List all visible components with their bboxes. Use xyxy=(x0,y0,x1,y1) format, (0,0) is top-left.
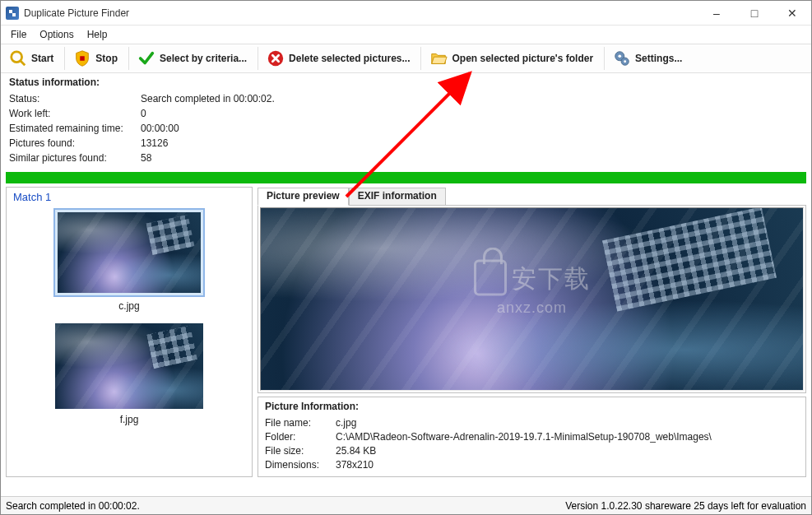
svg-rect-1 xyxy=(12,13,16,16)
thumb-item[interactable]: c.jpg xyxy=(47,210,211,312)
close-button[interactable]: ✕ xyxy=(773,1,811,26)
separator xyxy=(604,47,605,70)
window-controls: – □ ✕ xyxy=(698,1,811,26)
delete-selected-label: Delete selected pictures... xyxy=(289,53,410,64)
separator xyxy=(64,47,65,70)
filename-label: File name: xyxy=(265,417,336,429)
status-row-similar: Similar pictures found: 58 xyxy=(9,151,803,165)
status-heading: Status information: xyxy=(9,77,803,88)
picinfo-row-dimensions: Dimensions: 378x210 xyxy=(265,457,799,471)
status-row-eta: Estimated remaining time: 00:00:00 xyxy=(9,121,803,136)
pictures-label: Pictures found: xyxy=(9,137,141,149)
check-icon xyxy=(137,49,156,68)
status-panel: Status information: Status: Search compl… xyxy=(1,73,811,170)
open-folder-button[interactable]: Open selected picture's folder xyxy=(425,45,601,72)
folder-icon xyxy=(429,49,448,68)
status-label: Status: xyxy=(9,93,141,104)
thumb-image xyxy=(55,323,203,409)
open-folder-label: Open selected picture's folder xyxy=(452,53,593,64)
eta-label: Estimated remaining time: xyxy=(9,123,141,134)
main: Match 1 c.jpg f.jpg Picture preview EXIF… xyxy=(1,185,811,477)
minimize-button[interactable]: – xyxy=(698,1,735,26)
shield-icon xyxy=(72,49,92,68)
tabs: Picture preview EXIF information xyxy=(258,187,806,205)
delete-icon xyxy=(266,49,285,68)
separator xyxy=(258,47,258,70)
progress-bar xyxy=(6,172,806,183)
tab-picture-preview[interactable]: Picture preview xyxy=(258,188,349,206)
workleft-label: Work left: xyxy=(9,108,141,119)
maximize-button[interactable]: □ xyxy=(735,1,773,26)
thumb-image xyxy=(55,210,203,295)
svg-point-7 xyxy=(618,54,621,58)
folder-label: Folder: xyxy=(265,431,336,443)
svg-line-3 xyxy=(21,61,26,66)
delete-selected-button[interactable]: Delete selected pictures... xyxy=(262,45,417,72)
start-button[interactable]: Start xyxy=(4,45,61,72)
folder-value: C:\AMD\Radeon-Software-Adrenalin-2019-19… xyxy=(336,431,712,443)
match-panel: Match 1 c.jpg f.jpg xyxy=(6,187,253,477)
statusbar: Search completed in 00:00:02. Version 1.… xyxy=(1,496,811,514)
menu-file[interactable]: File xyxy=(4,27,33,42)
toolbar: Start Stop Select by criteria... Delete … xyxy=(1,44,811,73)
picinfo-row-folder: Folder: C:\AMD\Radeon-Software-Adrenalin… xyxy=(265,429,799,443)
similar-label: Similar pictures found: xyxy=(9,152,141,164)
dimensions-label: Dimensions: xyxy=(265,459,336,471)
search-icon xyxy=(8,49,28,68)
status-row-status: Status: Search completed in 00:00:02. xyxy=(9,91,803,106)
picture-info-panel: Picture Information: File name: c.jpg Fo… xyxy=(258,397,806,477)
preview-image: 安下载 anxz.com xyxy=(260,207,804,391)
settings-label: Settings... xyxy=(635,53,682,64)
stop-button[interactable]: Stop xyxy=(68,45,125,72)
gear-icon xyxy=(612,49,632,68)
menu-help[interactable]: Help xyxy=(81,27,114,42)
settings-button[interactable]: Settings... xyxy=(608,45,689,72)
separator xyxy=(420,47,421,70)
picture-info-heading: Picture Information: xyxy=(265,401,799,412)
window-title: Duplicate Picture Finder xyxy=(24,7,698,19)
thumb-caption: c.jpg xyxy=(47,300,211,312)
titlebar: Duplicate Picture Finder – □ ✕ xyxy=(1,1,811,26)
filesize-label: File size: xyxy=(265,445,336,457)
pictures-value: 13126 xyxy=(141,137,168,149)
picinfo-row-filesize: File size: 25.84 KB xyxy=(265,443,799,457)
stop-label: Stop xyxy=(95,53,118,64)
tab-exif-information[interactable]: EXIF information xyxy=(349,188,446,206)
picinfo-row-filename: File name: c.jpg xyxy=(265,415,799,429)
select-by-criteria-button[interactable]: Select by criteria... xyxy=(132,45,254,72)
preview-frame: 安下载 anxz.com xyxy=(258,205,806,393)
statusbar-right: Version 1.0.22.30 shareware 25 days left… xyxy=(565,500,806,512)
similar-value: 58 xyxy=(141,152,151,164)
app-icon xyxy=(6,7,19,20)
separator xyxy=(128,47,129,70)
svg-point-2 xyxy=(12,52,22,63)
menubar: File Options Help xyxy=(1,26,811,44)
status-value: Search completed in 00:00:02. xyxy=(141,93,275,104)
workleft-value: 0 xyxy=(141,108,146,119)
thumbs-list[interactable]: c.jpg f.jpg xyxy=(7,206,252,476)
svg-rect-4 xyxy=(81,56,86,61)
eta-value: 00:00:00 xyxy=(141,123,179,134)
select-criteria-label: Select by criteria... xyxy=(160,53,247,64)
match-header: Match 1 xyxy=(7,188,252,206)
svg-point-9 xyxy=(624,60,626,63)
right-panel: Picture preview EXIF information 安下载 anx… xyxy=(258,187,806,477)
status-row-workleft: Work left: 0 xyxy=(9,106,803,121)
statusbar-left: Search completed in 00:00:02. xyxy=(6,500,565,512)
svg-rect-0 xyxy=(9,10,12,13)
filename-value: c.jpg xyxy=(336,417,356,429)
status-row-pictures: Pictures found: 13126 xyxy=(9,136,803,151)
thumb-caption: f.jpg xyxy=(47,414,211,425)
filesize-value: 25.84 KB xyxy=(336,445,376,457)
start-label: Start xyxy=(31,53,53,64)
thumb-item[interactable]: f.jpg xyxy=(47,323,211,425)
dimensions-value: 378x210 xyxy=(336,459,374,471)
menu-options[interactable]: Options xyxy=(33,27,80,42)
